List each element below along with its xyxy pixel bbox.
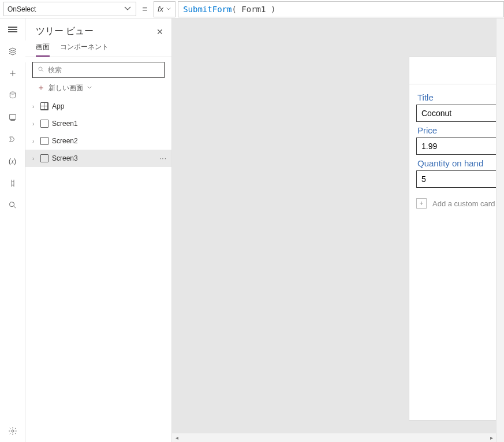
add-custom-card-button[interactable]: + Add a custom card (416, 198, 504, 209)
tree-item-label: Screen3 (52, 154, 78, 162)
quantity-input[interactable] (416, 170, 504, 188)
scroll-left-icon[interactable]: ◂ (172, 434, 181, 441)
screen-icon (40, 137, 48, 145)
fx-button[interactable]: fx (154, 1, 176, 17)
svg-point-5 (39, 67, 42, 70)
chevron-down-icon (87, 84, 92, 92)
horizontal-scrollbar[interactable]: ◂ ▸ (172, 433, 496, 442)
plus-icon: ＋ (37, 83, 45, 93)
vertical-scrollbar[interactable] (496, 18, 504, 442)
search-icon (38, 66, 44, 75)
tree-view-icon[interactable] (0, 40, 25, 62)
search-icon[interactable] (0, 194, 25, 216)
chevron-down-icon (166, 5, 171, 13)
property-dropdown-label: OnSelect (8, 5, 36, 13)
preview-header: Save (409, 57, 504, 84)
new-screen-button[interactable]: ＋ 新しい画面 (25, 81, 171, 98)
formula-input[interactable]: SubmitForm( Form1 ) (178, 1, 504, 17)
tree-search-input[interactable]: 検索 (32, 62, 165, 78)
tree-item-screen[interactable]: › Screen3 ··· (25, 150, 171, 167)
paren-close: ) (271, 5, 275, 14)
chevron-right-icon: › (32, 121, 37, 127)
svg-point-4 (12, 430, 14, 432)
fx-label: fx (158, 5, 163, 13)
tree-list: › App › Screen1 › Screen2 › Screen3 ··· (25, 98, 171, 442)
svg-point-3 (9, 202, 14, 207)
formula-fn: SubmitForm (183, 5, 232, 14)
property-dropdown[interactable]: OnSelect (3, 2, 136, 16)
tools-icon[interactable] (0, 172, 25, 194)
new-screen-label: 新しい画面 (48, 83, 83, 93)
tree-item-screen[interactable]: › Screen1 (25, 115, 171, 132)
settings-icon[interactable] (0, 420, 25, 442)
chevron-right-icon: › (32, 155, 37, 162)
svg-point-0 (10, 92, 15, 94)
screen-icon (40, 154, 48, 162)
screen-icon (40, 120, 48, 128)
price-input[interactable] (416, 138, 504, 155)
tree-item-screen[interactable]: › Screen2 (25, 132, 171, 150)
insert-icon[interactable] (0, 62, 25, 84)
more-icon[interactable]: ··· (159, 154, 167, 162)
field-label: Quantity on hand (417, 158, 504, 168)
chevron-right-icon: › (32, 103, 37, 110)
tree-tabs: 画面 コンポーネント (25, 40, 171, 57)
left-rail: (𝑥) (0, 18, 25, 442)
app-preview[interactable]: Save Title Price Quantity on hand (409, 57, 504, 421)
field-label: Price (417, 125, 504, 135)
tree-item-label: Screen2 (52, 137, 78, 145)
tab-screens[interactable]: 画面 (36, 42, 50, 57)
chevron-down-icon (123, 3, 132, 14)
chevron-right-icon: › (32, 138, 37, 144)
form-body: Title Price Quantity on hand + Add a cus… (409, 84, 504, 213)
app-icon (40, 102, 48, 110)
canvas[interactable]: Save Title Price Quantity on hand (172, 18, 504, 442)
svg-rect-1 (9, 114, 16, 119)
media-icon[interactable] (0, 106, 25, 128)
tree-item-label: Screen1 (52, 120, 78, 128)
tree-item-app[interactable]: › App (25, 98, 171, 115)
paren-open: ( (232, 5, 236, 14)
tab-components[interactable]: コンポーネント (60, 42, 109, 57)
data-icon[interactable] (0, 84, 25, 106)
equals-label: = (136, 4, 154, 14)
svg-rect-2 (10, 120, 14, 120)
tree-view-panel: ツリー ビュー ✕ 画面 コンポーネント 検索 ＋ 新しい画面 › (25, 18, 172, 442)
scroll-right-icon[interactable]: ▸ (487, 434, 496, 441)
plus-icon: + (416, 198, 427, 209)
variables-icon[interactable]: (𝑥) (0, 150, 25, 172)
formula-arg: Form1 (241, 5, 266, 14)
flows-icon[interactable] (0, 128, 25, 150)
field-label: Title (417, 92, 504, 102)
tree-item-label: App (52, 102, 64, 110)
formula-bar-row: OnSelect = fx SubmitForm( Form1 ) (0, 0, 504, 18)
tree-view-title: ツリー ビュー (36, 25, 94, 38)
search-placeholder: 検索 (48, 65, 62, 75)
close-icon[interactable]: ✕ (156, 27, 163, 36)
title-input[interactable] (416, 105, 504, 122)
add-card-label: Add a custom card (432, 199, 495, 208)
hamburger-icon[interactable] (0, 18, 25, 40)
